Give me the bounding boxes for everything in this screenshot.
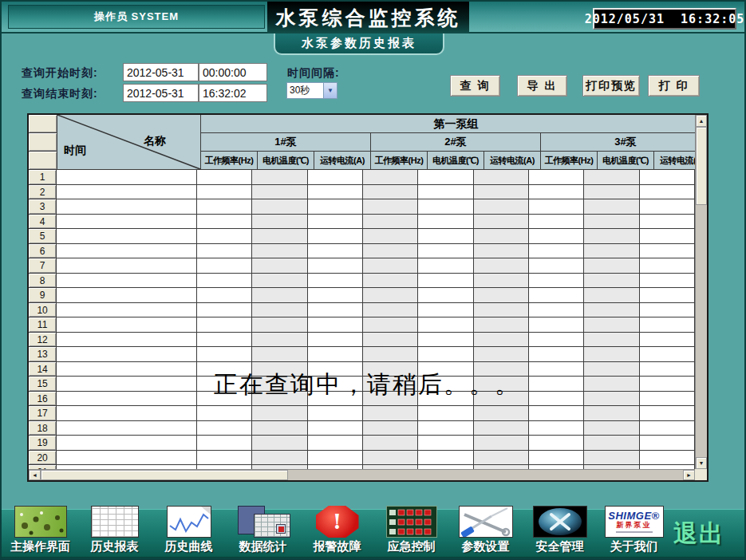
data-cell xyxy=(308,229,363,244)
toolbar-item-parameter-settings[interactable]: 参数设置 xyxy=(448,505,523,557)
history-report-table: 时间 名称 第一泵组 1#泵2#泵3#泵 工作频率(Hz)电机温度(℃)运转电流… xyxy=(27,113,709,482)
end-time-input[interactable] xyxy=(199,84,267,102)
time-cell xyxy=(57,317,197,333)
measure-header-row: 工作频率(Hz)电机温度(℃)运转电流(A)工作频率(Hz)电机温度(℃)运转电… xyxy=(201,152,695,170)
diagonal-line xyxy=(57,115,201,170)
operator-label: 操作员 SYSTEM xyxy=(94,10,179,24)
data-statistics-icon xyxy=(236,505,290,538)
data-cell xyxy=(529,288,584,303)
toolbar-item-history-report[interactable]: 历史报表 xyxy=(77,505,152,557)
row-number: 14 xyxy=(29,362,57,377)
data-cell xyxy=(363,258,418,274)
data-cell xyxy=(640,288,695,303)
time-cell xyxy=(57,377,197,392)
start-date-input[interactable] xyxy=(123,63,199,81)
table-row: 20 xyxy=(29,451,695,466)
data-cell xyxy=(197,258,252,274)
time-cell xyxy=(57,244,197,259)
security-management-icon xyxy=(533,505,587,538)
header-spacer-cell xyxy=(29,115,57,133)
interval-label: 时间间隔: xyxy=(287,66,340,81)
toolbar-item-about-us[interactable]: SHIMGE® 新界泵业 关于我们 xyxy=(597,505,671,557)
data-cell xyxy=(640,244,695,259)
data-cell xyxy=(252,421,307,436)
table-body: 123456789101112131415161718192021 xyxy=(29,170,695,469)
data-cell xyxy=(252,274,307,289)
toolbar-item-main-screen[interactable]: 主操作界面 xyxy=(3,505,77,557)
toolbar-item-alarm-fault[interactable]: ! 报警故障 xyxy=(300,505,374,557)
data-cell xyxy=(640,347,695,362)
scroll-up-icon[interactable]: ▲ xyxy=(696,115,707,127)
start-time-input[interactable] xyxy=(199,63,267,81)
table-row: 1 xyxy=(29,170,695,185)
data-cell xyxy=(363,274,418,289)
row-number: 1 xyxy=(29,170,57,185)
pump-group-header: 第一泵组 xyxy=(201,115,695,133)
toolbar-item-data-statistics[interactable]: 数据统计 xyxy=(226,505,300,557)
horizontal-scroll-thumb[interactable] xyxy=(41,470,288,480)
table-row: 9 xyxy=(29,288,695,303)
corner-diagonal-cell: 时间 名称 xyxy=(57,115,201,170)
data-cell xyxy=(418,317,473,333)
time-cell xyxy=(57,229,197,244)
data-cell xyxy=(308,258,363,274)
data-cell xyxy=(640,392,695,407)
row-number: 19 xyxy=(29,436,57,451)
data-cell xyxy=(418,185,473,200)
exclamation-glyph: ! xyxy=(333,511,341,532)
toolbar-item-security-management[interactable]: 安全管理 xyxy=(523,505,597,557)
data-cell xyxy=(474,170,529,185)
exit-button[interactable]: 退出 xyxy=(671,518,727,557)
scroll-right-icon[interactable]: ► xyxy=(683,470,695,480)
data-cell xyxy=(474,199,529,215)
data-cell xyxy=(474,333,529,348)
data-cell xyxy=(197,303,252,318)
time-cell xyxy=(57,436,197,451)
toolbar-item-emergency-control[interactable]: 应急控制 xyxy=(374,505,448,557)
horizontal-scrollbar[interactable]: ◄ ► xyxy=(29,469,695,480)
vertical-scrollbar[interactable]: ▲ ▼ xyxy=(695,115,707,469)
query-button[interactable]: 查 询 xyxy=(450,75,500,97)
data-cell xyxy=(418,229,473,244)
operator-panel: 操作员 SYSTEM xyxy=(8,5,265,29)
corner-time-label: 时间 xyxy=(64,144,86,158)
end-date-input[interactable] xyxy=(123,84,199,102)
time-cell xyxy=(57,170,197,185)
export-button[interactable]: 导 出 xyxy=(517,75,567,97)
data-cell xyxy=(252,258,307,274)
data-cell xyxy=(418,451,473,466)
data-cell xyxy=(308,317,363,333)
data-cell xyxy=(308,215,363,230)
logo-underline xyxy=(616,531,653,533)
table-row: 2 xyxy=(29,185,695,200)
page-title-tab: 水泵参数历史报表 xyxy=(274,34,444,55)
scroll-down-icon[interactable]: ▼ xyxy=(696,457,707,469)
data-cell xyxy=(197,274,252,289)
data-cell xyxy=(363,436,418,451)
print-button[interactable]: 打 印 xyxy=(648,75,700,97)
toolbar-item-history-curve[interactable]: 历史曲线 xyxy=(152,505,226,557)
data-cell xyxy=(474,421,529,436)
column-header-pump1-2: 运转电流(A) xyxy=(314,152,371,170)
pump-header-1: 1#泵 xyxy=(201,133,371,152)
dropdown-arrow-icon[interactable]: ▼ xyxy=(323,83,337,98)
data-cell xyxy=(252,170,307,185)
time-cell xyxy=(57,421,197,436)
data-cell xyxy=(252,288,307,303)
data-cell xyxy=(474,317,529,333)
interval-select[interactable]: 30秒 ▼ xyxy=(286,82,337,99)
scroll-left-icon[interactable]: ◄ xyxy=(29,470,41,480)
history-curve-icon xyxy=(167,505,211,538)
print-preview-button[interactable]: 打印预览 xyxy=(582,75,640,97)
column-header-pump3-1: 电机温度(℃) xyxy=(598,152,654,170)
time-cell xyxy=(57,215,197,230)
data-cell xyxy=(584,406,639,421)
vertical-scroll-thumb[interactable] xyxy=(696,127,707,205)
data-cell xyxy=(584,258,639,274)
data-cell xyxy=(474,303,529,318)
data-cell xyxy=(640,333,695,348)
main-screen-icon xyxy=(14,505,67,538)
row-number: 9 xyxy=(29,288,57,303)
row-number: 10 xyxy=(29,303,57,318)
data-cell xyxy=(529,406,584,421)
